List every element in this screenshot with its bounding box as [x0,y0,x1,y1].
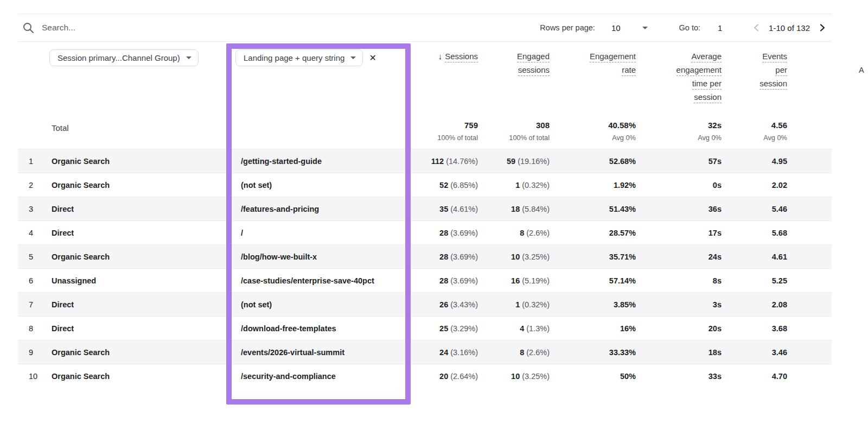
total-engaged-sessions: 308 100% of total [478,107,550,149]
cell-sessions: 20(2.64%) [413,371,478,381]
previous-page-button[interactable] [751,22,762,33]
cell-channel-group: Organic Search [52,372,241,381]
cell-engaged-sessions: 1(0.32%) [478,300,550,309]
cell-avg-engagement-time: 20s [636,324,722,333]
sessions-percent: (6.85%) [450,181,478,190]
pagination-range: 1-10 of 132 [769,23,810,33]
sessions-value: 20 [439,372,448,381]
search-input[interactable] [42,23,226,33]
goto-page-input[interactable] [718,23,733,33]
sessions-percent: (3.16%) [450,348,478,357]
primary-dimension-label: Session primary...Channel Group) [58,53,180,62]
sessions-percent: (3.29%) [450,324,478,333]
cell-engaged-sessions: 1(0.32%) [478,180,550,190]
row-index: 10 [18,372,52,381]
cell-events-per-session: 2.02 [722,180,787,190]
cell-avg-engagement-time: 36s [636,204,722,213]
cell-engaged-sessions: 59(19.16%) [478,156,550,166]
cell-sessions: 35(4.61%) [413,204,478,213]
cell-avg-engagement-time: 57s [636,156,722,166]
table-row: 8 Direct /download-free-templates 25(3.2… [18,316,832,340]
cell-channel-group: Organic Search [52,252,241,261]
table-row: 4 Direct / 28(3.69%) 8(2.6%) 28.57% 17s … [18,220,832,244]
total-events-per-session: 4.56 Avg 0% [722,107,787,149]
sessions-percent: (3.69%) [450,252,478,261]
sessions-percent: (3.69%) [450,276,478,285]
row-index: 6 [18,276,52,285]
sessions-value: 112 [431,157,444,166]
primary-dimension-dropdown[interactable]: Session primary...Channel Group) [49,49,199,66]
sessions-value: 26 [439,300,448,309]
cell-channel-group: Direct [52,205,241,213]
cell-sessions: 112(14.76%) [413,156,478,166]
engaged-percent: (0.32%) [522,181,550,190]
cell-engaged-sessions: 18(5.84%) [478,204,550,213]
total-label: Total [52,123,241,132]
cell-channel-group: Organic Search [52,348,241,357]
cell-events-per-session: 4.61 [722,252,787,261]
column-header-engaged-sessions[interactable]: Engaged sessions [478,42,550,107]
cell-sessions: 28(3.69%) [413,252,478,261]
total-avg-engagement-time: 32s Avg 0% [636,107,722,149]
cell-engagement-rate: 50% [550,371,636,381]
cell-channel-group: Unassigned [52,276,241,285]
column-header-engagement-rate[interactable]: Engagement rate [550,42,636,107]
rows-per-page-chevron-down-icon[interactable] [642,27,648,29]
cell-avg-engagement-time: 0s [636,180,722,190]
row-index: 9 [18,348,52,357]
remove-secondary-dimension-close-icon[interactable]: ✕ [369,49,376,66]
row-index: 1 [18,157,52,166]
engaged-value: 4 [520,324,524,333]
cell-engagement-rate: 3.85% [550,300,636,309]
cell-engaged-sessions: 4(1.3%) [478,324,550,333]
sessions-value: 35 [439,205,448,213]
next-page-button[interactable] [816,22,827,33]
table-body: 1 Organic Search /getting-started-guide … [18,149,832,388]
rows-per-page-label: Rows per page: [540,23,595,32]
analytics-table-view: Rows per page: 10 Go to: 1-10 of 132 [0,0,868,423]
column-header-events-per-session[interactable]: Events per session [722,42,787,107]
engaged-value: 8 [520,348,524,357]
cell-events-per-session: 2.08 [722,300,787,309]
cell-avg-engagement-time: 8s [636,276,722,285]
cell-engaged-sessions: 16(5.19%) [478,276,550,285]
column-header-sessions[interactable]: ↓ Sessions [413,42,478,107]
cell-avg-engagement-time: 33s [636,371,722,381]
cell-engaged-sessions: 10(3.25%) [478,371,550,381]
cell-events-per-session: 5.68 [722,228,787,237]
engaged-percent: (1.3%) [526,324,550,333]
row-index: 4 [18,229,52,237]
cell-landing-page: /features-and-pricing [241,203,413,216]
secondary-dimension-label: Landing page + query string [244,53,344,62]
table-toolbar: Rows per page: 10 Go to: 1-10 of 132 [18,14,832,42]
cell-engaged-sessions: 8(2.6%) [478,348,550,357]
row-index: 5 [18,252,52,261]
search-field[interactable] [18,21,226,34]
engaged-percent: (19.16%) [518,157,550,166]
row-index: 3 [18,205,52,213]
cell-sessions: 26(3.43%) [413,300,478,309]
rows-per-page-value[interactable]: 10 [611,23,621,33]
cell-landing-page: /case-studies/enterprise-save-40pct [241,274,413,287]
engaged-percent: (2.6%) [526,229,550,237]
engaged-value: 10 [511,372,520,381]
cell-landing-page: /security-and-compliance [241,370,413,383]
secondary-dimension-dropdown[interactable]: Landing page + query string [235,49,363,66]
cell-engagement-rate: 1.92% [550,180,636,190]
cell-events-per-session: 3.46 [722,348,787,357]
pagination-controls: Rows per page: 10 Go to: 1-10 of 132 [540,22,832,33]
table-row: 10 Organic Search /security-and-complian… [18,364,832,388]
cell-channel-group: Direct [52,300,241,309]
engaged-percent: (0.32%) [522,300,550,309]
cell-landing-page: (not set) [241,298,413,311]
cell-channel-group: Direct [52,324,241,333]
engaged-value: 59 [507,157,515,166]
chevron-down-icon [350,56,356,59]
goto-page-label: Go to: [679,23,701,32]
cell-avg-engagement-time: 18s [636,348,722,357]
cell-engagement-rate: 52.68% [550,156,636,166]
cell-engagement-rate: 33.33% [550,348,636,357]
search-icon [22,21,35,34]
row-index: 8 [18,324,52,333]
column-header-average-engagement-time[interactable]: Average engagement time per session [636,42,722,107]
